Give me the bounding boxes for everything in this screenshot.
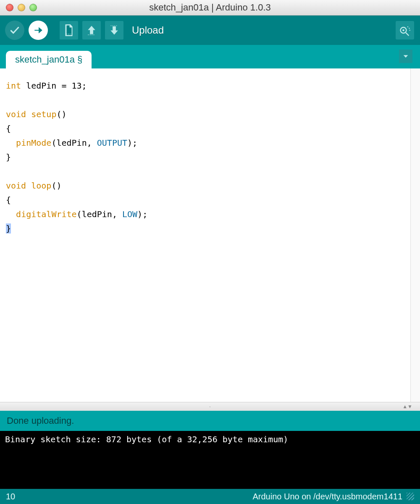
tab-strip: sketch_jan01a § [0, 45, 420, 68]
code-editor[interactable]: int ledPin = 13; void setup() { pinMode(… [0, 68, 410, 402]
status-text: Done uploading. [7, 415, 74, 426]
arrow-up-icon [86, 25, 97, 36]
serial-monitor-icon [399, 24, 411, 36]
footer-bar: 10 Arduino Uno on /dev/tty.usbmodem1411 [0, 489, 420, 504]
minimize-icon[interactable] [18, 4, 25, 11]
svg-point-4 [409, 28, 410, 29]
chevron-down-icon [402, 53, 409, 60]
toolbar-label: Upload [132, 24, 164, 36]
line-number: 10 [6, 492, 15, 501]
console-output[interactable]: Binary sketch size: 872 bytes (of a 32,2… [0, 431, 420, 489]
splitter-handle[interactable]: ·▲▼ [0, 402, 420, 411]
editor-area: int ledPin = 13; void setup() { pinMode(… [0, 68, 420, 402]
save-button[interactable] [105, 21, 123, 39]
check-icon [9, 25, 20, 36]
tab-menu-button[interactable] [399, 50, 412, 63]
app-window: sketch_jan01a | Arduino 1.0.3 Upload ske… [0, 0, 420, 504]
toolbar: Upload [0, 16, 420, 45]
svg-point-1 [402, 29, 404, 32]
window-title: sketch_jan01a | Arduino 1.0.3 [0, 0, 420, 15]
arrow-down-icon [109, 25, 120, 36]
verify-button[interactable] [5, 21, 24, 40]
board-port: Arduino Uno on /dev/tty.usbmodem1411 [252, 492, 402, 501]
arrow-right-icon [33, 25, 44, 36]
upload-button[interactable] [29, 21, 48, 40]
open-button[interactable] [82, 21, 101, 39]
tab-active[interactable]: sketch_jan01a § [6, 51, 92, 68]
status-bar: Done uploading. [0, 411, 420, 431]
cursor-line: } [6, 223, 11, 234]
zoom-icon[interactable] [29, 4, 37, 11]
resize-grip-icon[interactable] [407, 493, 414, 500]
editor-scrollbar[interactable] [410, 68, 420, 402]
serial-monitor-button[interactable] [396, 21, 414, 39]
splitter-arrows-icon: ▲▼ [402, 404, 412, 410]
tab-label: sketch_jan01a § [15, 54, 82, 65]
svg-point-5 [410, 30, 410, 31]
window-controls [0, 4, 37, 11]
close-icon[interactable] [6, 4, 13, 11]
svg-point-3 [407, 26, 408, 27]
svg-line-2 [406, 33, 409, 36]
console-line: Binary sketch size: 872 bytes (of a 32,2… [5, 434, 288, 444]
new-button[interactable] [60, 21, 78, 39]
title-bar[interactable]: sketch_jan01a | Arduino 1.0.3 [0, 0, 420, 16]
new-file-icon [64, 24, 74, 36]
